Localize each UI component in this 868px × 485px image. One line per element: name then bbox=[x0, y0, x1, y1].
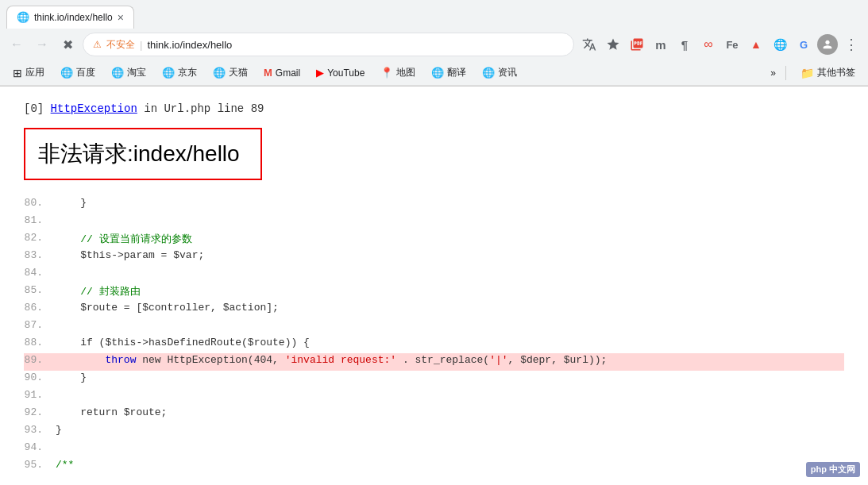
code-line-88: 88. if ($this->hasDefinedRoute($route)) … bbox=[24, 336, 844, 353]
bookmarks-more-button[interactable]: » bbox=[766, 65, 781, 81]
line-content-95: /** bbox=[56, 459, 74, 471]
bookmark-fanyi[interactable]: 🌐 翻译 bbox=[425, 64, 473, 82]
bookmark-zixun-label: 资讯 bbox=[498, 66, 517, 79]
bookmark-jingdong[interactable]: 🌐 京东 bbox=[156, 64, 203, 82]
bookmark-zixun[interactable]: 🌐 资讯 bbox=[476, 64, 523, 82]
globe-icon[interactable]: 🌐 bbox=[770, 34, 790, 55]
security-icon: ⚠ bbox=[93, 39, 102, 50]
apps-icon: ⊞ bbox=[13, 67, 22, 79]
m-icon[interactable]: m bbox=[650, 34, 671, 55]
bookmark-ditu[interactable]: 📍 地图 bbox=[374, 64, 422, 82]
toolbar-icons: m ¶ ∞ Fe ▲ 🌐 G ⋮ bbox=[579, 34, 862, 55]
line-content-82: // 设置当前请求的参数 bbox=[56, 232, 192, 246]
code-line-93: 93. } bbox=[24, 423, 844, 441]
code-line-94: 94. bbox=[24, 441, 844, 458]
taobao-icon: 🌐 bbox=[111, 67, 124, 79]
error-message-box: 非法请求:index/hello bbox=[24, 128, 262, 180]
bookmark-gmail[interactable]: M Gmail bbox=[257, 64, 307, 81]
address-bar[interactable]: ⚠ 不安全 | think.io/index/hello bbox=[83, 33, 574, 56]
tab-close-button[interactable]: × bbox=[118, 11, 124, 24]
code-line-81: 81. bbox=[24, 214, 844, 231]
bookmark-apps[interactable]: ⊞ 应用 bbox=[6, 64, 51, 82]
pdf-icon[interactable] bbox=[627, 34, 647, 55]
gmail-icon: M bbox=[264, 67, 272, 79]
jingdong-icon: 🌐 bbox=[162, 67, 175, 79]
refresh-button[interactable]: ✖ bbox=[57, 34, 78, 55]
line-num-91: 91. bbox=[24, 389, 56, 401]
error-location: in Url.php line 89 bbox=[137, 102, 264, 115]
code-line-95: 95. /** bbox=[24, 458, 844, 475]
code-line-92: 92. return $route; bbox=[24, 406, 844, 423]
code-line-89: 89. throw new HttpException(404, 'invali… bbox=[24, 353, 844, 371]
forward-button[interactable]: → bbox=[32, 34, 52, 55]
bookmark-other-folder[interactable]: 📁 其他书签 bbox=[794, 64, 862, 82]
line-num-86: 86. bbox=[24, 302, 56, 314]
php-badge: php 中文网 bbox=[806, 462, 860, 477]
bookmark-tianmao[interactable]: 🌐 天猫 bbox=[206, 64, 254, 82]
line-content-83: $this->param = $var; bbox=[56, 249, 204, 261]
line-content-86: $route = [$controller, $action]; bbox=[56, 302, 279, 314]
error-bracket: [0] bbox=[24, 102, 51, 115]
code-line-83: 83. $this->param = $var; bbox=[24, 248, 844, 266]
fe-icon[interactable]: Fe bbox=[722, 34, 743, 55]
line-num-80: 80. bbox=[24, 197, 56, 209]
line-num-88: 88. bbox=[24, 337, 56, 348]
back-button[interactable]: ← bbox=[6, 34, 27, 55]
paragraph-icon[interactable]: ¶ bbox=[674, 34, 695, 55]
bookmark-baidu[interactable]: 🌐 百度 bbox=[54, 64, 102, 82]
http-exception-link[interactable]: HttpException bbox=[51, 102, 137, 115]
tab-favicon: 🌐 bbox=[17, 11, 29, 23]
menu-icon[interactable]: ⋮ bbox=[841, 34, 862, 55]
code-line-87: 87. bbox=[24, 318, 844, 336]
star-icon[interactable] bbox=[603, 34, 623, 55]
bookmark-jingdong-label: 京东 bbox=[178, 66, 197, 79]
line-content-85: // 封装路由 bbox=[56, 284, 141, 298]
bookmark-youtube[interactable]: ▶ YouTube bbox=[310, 64, 371, 81]
triangle-icon[interactable]: ▲ bbox=[746, 34, 766, 55]
code-view: 80. } 81. 82. // 设置当前请求的参数 83. $this->pa… bbox=[24, 196, 844, 475]
tab-title: think.io/index/hello bbox=[34, 12, 113, 23]
profile-avatar[interactable] bbox=[817, 34, 838, 55]
bookmark-apps-label: 应用 bbox=[25, 66, 44, 79]
bookmark-gmail-label: Gmail bbox=[276, 67, 300, 79]
translate-icon[interactable] bbox=[579, 34, 600, 55]
line-num-89: 89. bbox=[24, 354, 56, 366]
code-line-80: 80. } bbox=[24, 196, 844, 214]
cn-label: 中文网 bbox=[829, 464, 855, 474]
php-label: php bbox=[811, 464, 827, 474]
line-content-92: return $route; bbox=[56, 406, 167, 418]
line-content-90: } bbox=[56, 371, 87, 383]
line-num-95: 95. bbox=[24, 459, 56, 471]
code-line-91: 91. bbox=[24, 388, 844, 406]
line-num-82: 82. bbox=[24, 232, 56, 244]
folder-icon: 📁 bbox=[800, 67, 814, 79]
bookmark-ditu-label: 地图 bbox=[396, 66, 415, 79]
active-tab[interactable]: 🌐 think.io/index/hello × bbox=[6, 6, 134, 29]
code-line-85: 85. // 封装路由 bbox=[24, 283, 844, 301]
bookmark-taobao-label: 淘宝 bbox=[127, 66, 146, 79]
youtube-icon: ▶ bbox=[316, 67, 324, 79]
line-num-87: 87. bbox=[24, 319, 56, 331]
error-message-text: 非法请求:index/hello bbox=[38, 141, 240, 166]
page-content: [0] HttpException in Url.php line 89 非法请… bbox=[0, 87, 868, 485]
bookmark-other-label: 其他书签 bbox=[817, 66, 855, 79]
google-icon[interactable]: G bbox=[793, 34, 814, 55]
bookmark-tianmao-label: 天猫 bbox=[229, 66, 248, 79]
code-line-90: 90. } bbox=[24, 371, 844, 388]
url-text: think.io/index/hello bbox=[147, 39, 232, 51]
infinity-icon[interactable]: ∞ bbox=[698, 34, 719, 55]
baidu-icon: 🌐 bbox=[60, 67, 73, 79]
insecure-label: 不安全 bbox=[106, 38, 135, 52]
bookmark-fanyi-label: 翻译 bbox=[447, 66, 466, 79]
line-num-84: 84. bbox=[24, 267, 56, 279]
zixun-icon: 🌐 bbox=[482, 67, 495, 79]
line-num-83: 83. bbox=[24, 249, 56, 261]
bookmark-baidu-label: 百度 bbox=[76, 66, 95, 79]
tab-bar: 🌐 think.io/index/hello × bbox=[0, 0, 868, 29]
bookmarks-divider bbox=[785, 66, 786, 80]
code-line-86: 86. $route = [$controller, $action]; bbox=[24, 301, 844, 318]
fanyi-icon: 🌐 bbox=[431, 67, 444, 79]
bookmark-taobao[interactable]: 🌐 淘宝 bbox=[105, 64, 152, 82]
code-line-84: 84. bbox=[24, 266, 844, 283]
bookmark-youtube-label: YouTube bbox=[327, 67, 365, 79]
